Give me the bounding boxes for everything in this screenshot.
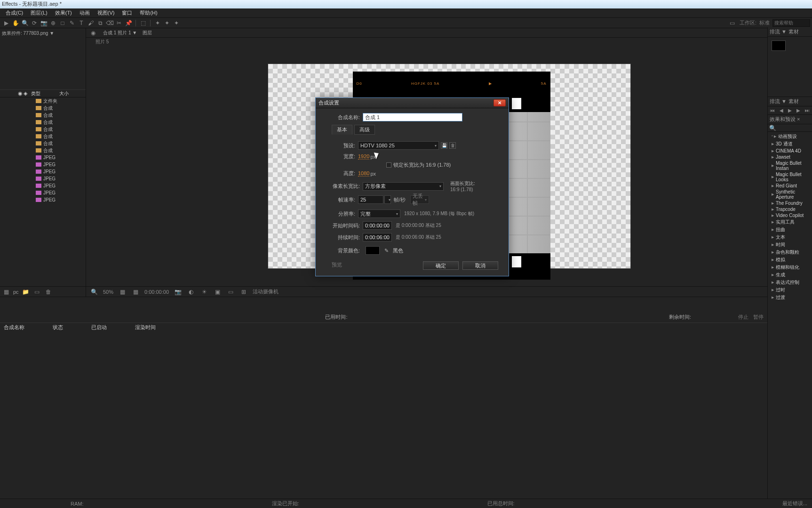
effects-category[interactable]: 实用工具 (768, 218, 812, 226)
selection-tool-icon[interactable]: ▶ (2, 19, 10, 27)
puppet-tool-icon[interactable]: 📌 (124, 19, 133, 27)
text-tool-icon[interactable]: T (77, 19, 86, 27)
effects-category[interactable]: 3D 通道 (768, 140, 812, 148)
mask-icon[interactable]: ▣ (213, 288, 222, 296)
project-item[interactable]: 合成 (0, 126, 86, 133)
help-search-input[interactable] (772, 19, 810, 27)
col-size[interactable]: 大小 (57, 90, 76, 97)
viewer-subheader[interactable]: 照片 5 (86, 38, 812, 46)
interpret-footage-icon[interactable]: ▦ (2, 288, 10, 296)
tab-advanced[interactable]: 高级 (354, 125, 375, 135)
effects-category[interactable]: 模糊和锐化 (768, 264, 812, 271)
view-axis-icon[interactable]: ✦ (172, 19, 181, 27)
zoom-tool-icon[interactable]: 🔍 (21, 19, 29, 27)
effects-category[interactable]: The Foundry (768, 200, 812, 206)
effects-category[interactable]: Trapcode (768, 206, 812, 212)
delete-preset-icon[interactable]: 🗑 (449, 142, 456, 149)
effects-category[interactable]: 扭曲 (768, 226, 812, 234)
preview-checkbox-label[interactable]: 预览 (332, 261, 342, 270)
composition-name-input[interactable] (363, 113, 462, 121)
snapshot-icon[interactable]: 📷 (174, 288, 182, 296)
ok-button[interactable]: 确定 (423, 261, 459, 270)
transparency-grid-icon[interactable]: ▦ (131, 288, 140, 296)
camera-tool-icon[interactable]: 📷 (40, 19, 48, 27)
effects-category[interactable]: 模拟 (768, 256, 812, 264)
bpc-indicator[interactable]: pc (13, 289, 19, 295)
effects-category[interactable]: 生成 (768, 271, 812, 279)
delete-icon[interactable]: 🗑 (44, 288, 53, 296)
go-to-end-icon[interactable]: ⏭ (805, 108, 810, 113)
world-axis-icon[interactable]: ✦ (163, 19, 171, 27)
tab-layer[interactable]: 图层 (143, 30, 152, 36)
fps-input[interactable] (358, 195, 383, 204)
project-item[interactable]: JPEG (0, 154, 86, 161)
effects-category[interactable]: 过时 (768, 286, 812, 294)
pen-tool-icon[interactable]: ✎ (68, 19, 76, 27)
viewer-lock-icon[interactable]: ◉ (89, 29, 97, 37)
zoom-value[interactable]: 50% (103, 289, 113, 295)
workspace-value[interactable]: 标准 (759, 19, 770, 26)
project-item[interactable]: JPEG (0, 182, 86, 189)
col-status[interactable]: 状态 (53, 324, 63, 331)
roto-tool-icon[interactable]: ✂ (115, 19, 123, 27)
effects-category[interactable]: 时间 (768, 241, 812, 249)
new-folder-icon[interactable]: 📁 (22, 288, 30, 296)
effects-category[interactable]: 过渡 (768, 294, 812, 301)
eraser-tool-icon[interactable]: ⌫ (105, 19, 114, 27)
fx-tab-preview[interactable]: 排流 ▼ (770, 28, 787, 35)
eyedropper-icon[interactable]: ✎ (382, 247, 390, 254)
channel-icon[interactable]: ◐ (187, 288, 195, 296)
par-dropdown[interactable]: 方形像素 (363, 182, 444, 191)
project-item[interactable]: 合成 (0, 105, 86, 112)
project-item[interactable]: 合成 (0, 119, 86, 126)
effects-category[interactable]: 动画预设 (768, 133, 812, 140)
snap-icon[interactable]: ⬚ (139, 19, 147, 27)
effects-category[interactable]: Synthetic Aperture (768, 189, 812, 200)
fps-dropdown-icon[interactable] (384, 195, 391, 204)
panel-icon[interactable]: ▭ (728, 19, 737, 27)
new-comp-icon[interactable]: ▭ (33, 288, 41, 296)
fx-tab-preview2[interactable]: 排流 ▼ (770, 98, 787, 105)
tab-basic[interactable]: 基本 (332, 125, 352, 135)
project-item[interactable]: JPEG (0, 189, 86, 196)
effects-category[interactable]: Magic Bullet Looks (768, 171, 812, 183)
height-value[interactable]: 1080 (358, 170, 369, 177)
menu-layer[interactable]: 图层(L) (27, 8, 51, 17)
bg-color-swatch[interactable] (366, 246, 380, 255)
preset-dropdown[interactable]: HDTV 1080 25 (358, 141, 439, 150)
dialog-titlebar[interactable]: 合成设置 ✕ (316, 98, 509, 108)
save-preset-icon[interactable]: 💾 (441, 142, 447, 149)
effects-category[interactable]: Video Copilot (768, 212, 812, 218)
go-to-start-icon[interactable]: ⏮ (770, 108, 775, 113)
magnify-icon[interactable]: 🔍 (90, 288, 98, 296)
next-frame-icon[interactable]: ▶ (796, 108, 800, 113)
duration-input[interactable] (363, 233, 392, 242)
project-item[interactable]: JPEG (0, 161, 86, 168)
effects-presets-header[interactable]: 效果和预设 × (768, 115, 812, 124)
menu-help[interactable]: 帮助(H) (136, 8, 161, 17)
col-comp-name[interactable]: 合成名称 (4, 324, 24, 331)
effects-control-header[interactable]: 效果控件: 777803.png ▼ (2, 30, 84, 37)
brush-tool-icon[interactable]: 🖌 (87, 19, 95, 27)
fx-tab-footage[interactable]: 素材 (788, 28, 799, 35)
hand-tool-icon[interactable]: ✋ (11, 19, 20, 27)
rotate-tool-icon[interactable]: ⟳ (30, 19, 39, 27)
effects-category[interactable]: 文本 (768, 234, 812, 241)
project-item[interactable]: 合成 (0, 133, 86, 140)
project-item[interactable]: JPEG (0, 175, 86, 182)
cancel-button[interactable]: 取消 (462, 261, 498, 270)
effects-category[interactable]: Jawset (768, 154, 812, 160)
active-camera[interactable]: 活动摄像机 (253, 288, 279, 295)
effects-category[interactable]: Magic Bullet Instan (768, 160, 812, 171)
resolution-dropdown[interactable]: 完整 (358, 210, 400, 218)
effects-category[interactable]: CINEMA 4D (768, 148, 812, 154)
close-button[interactable]: ✕ (494, 99, 506, 106)
menu-window[interactable]: 窗口 (118, 8, 136, 17)
project-item[interactable]: 合成 (0, 112, 86, 119)
project-item[interactable]: 合成 (0, 140, 86, 147)
stop-button[interactable]: 停止 (738, 314, 748, 323)
recent-errors-label[interactable]: 最近错误... (782, 500, 807, 507)
project-item[interactable]: 文件夹 (0, 97, 86, 105)
prev-frame-icon[interactable]: ◀ (780, 108, 783, 113)
effects-category[interactable]: 表达式控制 (768, 279, 812, 286)
